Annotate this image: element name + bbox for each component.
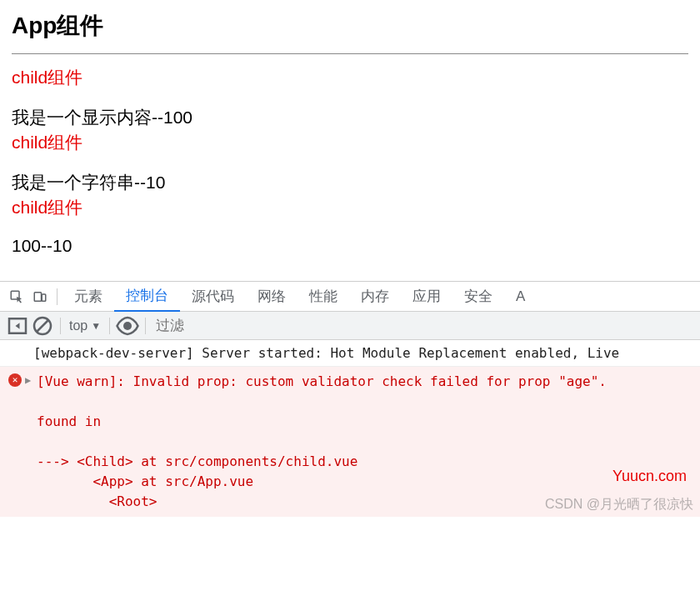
devtools-tabs-row: 元素 控制台 源代码 网络 性能 内存 应用 安全 A xyxy=(0,282,700,312)
separator xyxy=(57,288,58,305)
tab-network[interactable]: 网络 xyxy=(246,282,298,312)
component-block: 我是一个显示内容--100 child组件 xyxy=(12,106,688,154)
toggle-drawer-icon[interactable] xyxy=(5,313,30,338)
tab-performance[interactable]: 性能 xyxy=(298,282,349,312)
console-output: [webpack-dev-server] Server started: Hot… xyxy=(0,340,700,517)
tab-security[interactable]: 安全 xyxy=(452,282,504,312)
separator xyxy=(145,318,146,334)
child-content: 100--10 xyxy=(12,236,688,256)
error-trace-line: ---> <Child> at src/components/child.vue xyxy=(37,453,358,469)
tab-application[interactable]: 应用 xyxy=(401,282,452,312)
component-block: 100--10 xyxy=(12,236,688,256)
expand-arrow-icon[interactable]: ▶ xyxy=(25,373,31,388)
tab-memory[interactable]: 内存 xyxy=(349,282,401,312)
svg-point-6 xyxy=(123,322,132,330)
filter-input[interactable] xyxy=(151,316,251,336)
tab-more-cut[interactable]: A xyxy=(504,282,528,312)
svg-line-5 xyxy=(37,319,49,332)
separator xyxy=(60,318,61,334)
separator xyxy=(109,318,110,334)
child-label: child组件 xyxy=(12,131,688,154)
page-content: App组件 child组件 我是一个显示内容--100 child组件 我是一个… xyxy=(0,0,700,281)
error-trace-line: <Root> xyxy=(37,493,158,509)
devtools-panel: 元素 控制台 源代码 网络 性能 内存 应用 安全 A top ▼ xyxy=(0,281,700,517)
svg-rect-1 xyxy=(34,292,41,301)
tab-sources[interactable]: 源代码 xyxy=(180,282,246,312)
divider xyxy=(12,53,688,54)
console-toolbar: top ▼ xyxy=(0,312,700,340)
error-trace-line: <App> at src/App.vue xyxy=(37,473,253,489)
console-info-line: [webpack-dev-server] Server started: Hot… xyxy=(0,340,700,367)
tab-elements[interactable]: 元素 xyxy=(62,282,114,312)
error-body: [Vue warn]: Invalid prop: custom validat… xyxy=(37,372,692,512)
device-toolbar-icon[interactable] xyxy=(28,285,52,308)
error-found-in: found in xyxy=(37,413,101,429)
inspect-element-icon[interactable] xyxy=(5,285,28,308)
context-label: top xyxy=(69,318,88,333)
child-label: child组件 xyxy=(12,196,688,219)
clear-console-icon[interactable] xyxy=(30,313,55,338)
console-error-block[interactable]: ✕ ▶ [Vue warn]: Invalid prop: custom val… xyxy=(0,367,700,517)
error-header: [Vue warn]: Invalid prop: custom validat… xyxy=(37,373,607,389)
component-block: child组件 xyxy=(12,66,688,89)
error-icon: ✕ xyxy=(8,373,22,387)
tab-console[interactable]: 控制台 xyxy=(114,282,180,312)
child-content: 我是一个字符串--10 xyxy=(12,171,688,194)
child-label: child组件 xyxy=(12,66,688,89)
live-expression-icon[interactable] xyxy=(115,313,140,338)
child-content: 我是一个显示内容--100 xyxy=(12,106,688,129)
chevron-down-icon: ▼ xyxy=(91,320,101,332)
svg-rect-2 xyxy=(42,294,46,301)
component-block: 我是一个字符串--10 child组件 xyxy=(12,171,688,219)
context-select[interactable]: top ▼ xyxy=(66,317,104,335)
app-title: App组件 xyxy=(12,10,688,42)
